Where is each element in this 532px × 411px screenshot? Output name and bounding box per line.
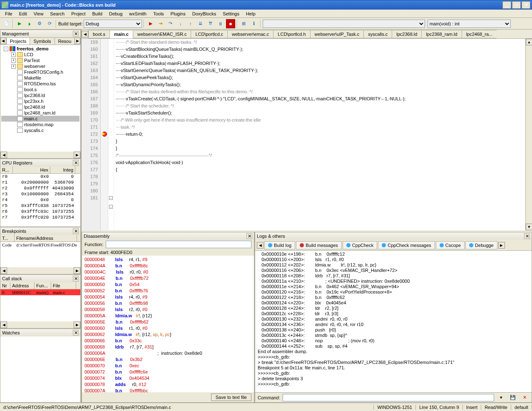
cpu-registers-close-button[interactable]: ✕ [73, 160, 79, 166]
register-row[interactable]: r30x100000002684354 [0, 191, 80, 197]
code-editor[interactable]: 1591601611621631641651661671681691701711… [82, 39, 532, 230]
run-green-button[interactable]: ▶ [15, 19, 24, 28]
step-next-button[interactable]: ↷ [166, 19, 175, 28]
bp-scroll-left[interactable]: ◀ [0, 267, 7, 274]
disassembly-body[interactable]: 00000048 lsls r4, r1, #90000004A b.n 0xf… [82, 256, 254, 392]
menu-build[interactable]: Build [89, 10, 105, 17]
tree-item[interactable]: +ParTest [1, 57, 80, 63]
cpu-registers-grid[interactable]: R...HexInteg r00x00r10x200000005368709r2… [0, 167, 80, 227]
step-out-button[interactable]: ↑ [186, 19, 195, 28]
management-close-button[interactable]: ✕ [73, 31, 79, 37]
editor-tab[interactable]: webserver\emac.c [227, 30, 273, 38]
menu-plugins[interactable]: Plugins [167, 10, 189, 17]
register-row[interactable]: r10x200000005368709 [0, 179, 80, 185]
break-button[interactable]: ⏸ [216, 19, 225, 28]
log-save-icon[interactable]: 💾 [508, 393, 517, 402]
editor-tab[interactable]: webserver\EMAC_ISR.c [133, 30, 191, 38]
maximize-button[interactable]: ▭ [512, 1, 521, 9]
tree-expand-icon[interactable]: - [4, 47, 8, 51]
callstack-row[interactable]: 00000011Cmain()main.c [0, 289, 80, 295]
build-button[interactable]: ⚙ [35, 19, 44, 28]
editor-tab[interactable]: lpc2468_ra... [462, 30, 497, 38]
breakpoint-marker-icon[interactable] [102, 132, 107, 137]
symbol-select[interactable]: main(void) : int [428, 20, 511, 28]
menu-tools[interactable]: Tools [150, 10, 167, 17]
menu-search[interactable]: Search [47, 10, 68, 17]
log-clear-icon[interactable]: ✕ [520, 393, 529, 402]
log-tab-build-log[interactable]: Build log [264, 241, 295, 249]
register-row[interactable]: r40x00 [0, 197, 80, 203]
fold-icon[interactable]: - [109, 205, 113, 209]
editor-tab[interactable]: lpc2368_ram.ld [421, 30, 462, 38]
callstack-close-button[interactable]: ✕ [73, 276, 79, 281]
tree-expand-icon[interactable]: + [11, 52, 16, 57]
menu-edit[interactable]: Edit [16, 10, 30, 17]
tab-scroll-left-button[interactable]: ◀ [0, 37, 6, 44]
close-button[interactable]: ✕ [522, 1, 530, 9]
tree-item[interactable]: lpc23xx.h [1, 98, 80, 104]
tree-scroll-right[interactable]: ▶ [74, 152, 80, 158]
callstack-header[interactable]: Fun... [35, 282, 51, 289]
log-tab-cppcheck-messages[interactable]: CppCheck messages [378, 241, 435, 249]
watches-body[interactable] [0, 336, 80, 402]
callstack-header[interactable]: File [51, 282, 76, 289]
breakpoint-header[interactable]: T... [0, 235, 15, 242]
log-tab-cppcheck[interactable]: CppCheck [343, 241, 377, 249]
tree-item[interactable]: +LCD [1, 52, 80, 57]
register-row[interactable]: r70x3fffc02010737254 [0, 214, 80, 220]
log-tab-build-messages[interactable]: Build messages [296, 241, 342, 249]
log-tab-scroll-left[interactable]: ◀ [257, 242, 264, 249]
new-file-button[interactable]: 📄 [2, 19, 11, 28]
breakpoints-grid[interactable]: T...Filename/Address Coded:\cher\FreeRTO… [0, 235, 80, 267]
callstack-grid[interactable]: NrAddressFun...File 00000011Cmain()main.… [0, 282, 80, 321]
tab-scroll-right-button[interactable]: ▶ [75, 37, 80, 44]
command-dropdown-button[interactable]: ▾ [497, 393, 506, 402]
management-tab-resou[interactable]: Resou [55, 37, 75, 45]
register-header[interactable]: Integ [50, 167, 75, 173]
menu-project[interactable]: Project [68, 10, 89, 17]
tree-item[interactable]: lpc2368.ld [1, 92, 80, 98]
editor-tab[interactable]: LCD\portlcd.c [191, 30, 228, 38]
register-header[interactable]: R... [0, 167, 13, 173]
tree-item[interactable]: -freertos_demo [1, 46, 80, 52]
watches-close-button[interactable]: ✕ [73, 330, 79, 336]
tree-expand-icon[interactable]: + [11, 58, 16, 63]
callstack-header[interactable]: Nr [0, 282, 10, 289]
debug-windows-button[interactable]: ⊞ [239, 19, 249, 28]
step-instr-button[interactable]: ⇊ [196, 19, 205, 28]
log-tab-debugge[interactable]: Debugge [465, 241, 497, 249]
tree-item[interactable]: lpc2468.ld [1, 104, 80, 110]
tree-scroll-left[interactable]: ◀ [0, 152, 7, 158]
editor-tab[interactable]: syscalls.c [363, 30, 392, 38]
register-header[interactable]: Hex [13, 167, 50, 173]
log-body[interactable]: 0x0000010e <+198>: b.n 0xfffffc12 0x0000… [255, 251, 532, 392]
tree-item[interactable]: main.c [1, 116, 80, 122]
editor-tab[interactable]: lpc2368.ld [392, 30, 422, 38]
menu-help[interactable]: Help [243, 10, 259, 17]
save-to-text-button[interactable]: Save to text file [211, 394, 251, 401]
log-tab-cscope[interactable]: Cscope [436, 241, 465, 249]
editor-tab[interactable]: boot.s [88, 30, 110, 38]
management-tab-symbols[interactable]: Symbols [30, 37, 55, 45]
tree-item[interactable]: +webserver [1, 63, 80, 69]
tree-item[interactable]: syscalls.c [1, 127, 80, 133]
cs-scroll-left[interactable]: ◀ [0, 321, 7, 328]
callstack-header[interactable]: Address [10, 282, 35, 289]
run-green2-button[interactable]: ⏵ [25, 19, 34, 28]
editor-scroll-up[interactable]: ▲ [526, 39, 532, 45]
breakpoint-header[interactable]: Filename/Address [15, 235, 77, 242]
breakpoint-row[interactable]: Coded:\cher\FreeRTOS\FreeRTOS\De [0, 242, 80, 248]
command-input[interactable] [283, 394, 494, 401]
menu-doxyblocks[interactable]: DoxyBlocks [189, 10, 219, 17]
disassembly-close-button[interactable]: ✕ [246, 233, 252, 239]
register-row[interactable]: r20x0ffffff40433090 [0, 185, 80, 191]
tree-item[interactable]: boot.s [1, 87, 80, 92]
editor-scroll-down[interactable]: ▼ [526, 224, 532, 230]
menu-debug[interactable]: Debug [106, 10, 126, 17]
step-into-button[interactable]: ↓ [176, 19, 185, 28]
editor-tab[interactable]: webserver\uIP_Task.c [310, 30, 364, 38]
debug-run-cursor-button[interactable]: ⇥ [156, 19, 165, 28]
debug-run-button[interactable]: ▶ [146, 19, 155, 28]
debug-expression-select[interactable] [263, 20, 425, 28]
menu-wxsmith[interactable]: wxSmith [126, 10, 150, 17]
